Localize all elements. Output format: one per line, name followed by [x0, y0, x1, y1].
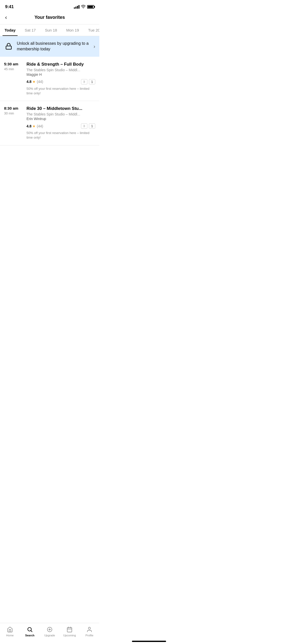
signal-icon — [74, 5, 79, 9]
spots-strikethrough-2: 3 — [81, 123, 87, 129]
spots-strikethrough-1: 3 — [81, 79, 87, 84]
class-details-1: Ride & Strength – Full Body The Stables … — [26, 62, 95, 96]
tab-mon19[interactable]: Mon 19 — [62, 24, 84, 36]
status-bar: 9:41 — [0, 0, 99, 12]
svg-point-0 — [83, 8, 84, 8]
spots-available-2: 1 — [89, 123, 95, 129]
star-icon: ★ — [32, 80, 36, 84]
spots-row-2: 3 1 — [81, 123, 95, 129]
star-icon-2: ★ — [32, 124, 36, 128]
class-item-1[interactable]: 5:30 am 45 min Ride & Strength – Full Bo… — [0, 57, 99, 101]
class-list: 5:30 am 45 min Ride & Strength – Full Bo… — [0, 57, 99, 145]
svg-rect-1 — [6, 46, 11, 49]
class-rating-1: 4.8 ★ (44) — [26, 80, 43, 84]
lock-icon — [4, 42, 13, 51]
tab-today[interactable]: Today — [0, 24, 20, 36]
spots-available-1: 1 — [89, 79, 95, 84]
date-tabs: Today Sat 17 Sun 18 Mon 19 Tue 20 We... — [0, 24, 99, 36]
wifi-icon — [81, 5, 86, 9]
class-rating-2: 4.8 ★ (44) — [26, 124, 43, 128]
banner-text: Unlock all businesses by upgrading to a … — [17, 41, 90, 52]
header: ‹ Your favorites — [0, 12, 99, 24]
tab-tue20[interactable]: Tue 20 — [84, 24, 99, 36]
class-details-2: Ride 30 – Middletown Stu... The Stables … — [26, 106, 95, 140]
tab-sat17[interactable]: Sat 17 — [20, 24, 40, 36]
class-rating-row-1: 4.8 ★ (44) 3 1 — [26, 79, 95, 84]
class-rating-row-2: 4.8 ★ (44) 3 1 — [26, 123, 95, 129]
battery-icon — [87, 5, 94, 9]
back-button[interactable]: ‹ — [5, 14, 7, 21]
class-time-1: 5:30 am 45 min — [4, 62, 22, 96]
upgrade-banner[interactable]: Unlock all businesses by upgrading to a … — [0, 36, 99, 57]
spots-row-1: 3 1 — [81, 79, 95, 84]
page-title: Your favorites — [34, 15, 65, 20]
class-time-2: 8:30 am 30 min — [4, 106, 22, 140]
status-icons — [74, 5, 94, 9]
class-item-2[interactable]: 8:30 am 30 min Ride 30 – Middletown Stu.… — [0, 101, 99, 145]
status-time: 9:41 — [5, 4, 14, 9]
tab-sun18[interactable]: Sun 18 — [40, 24, 62, 36]
banner-chevron-icon: › — [93, 43, 95, 49]
